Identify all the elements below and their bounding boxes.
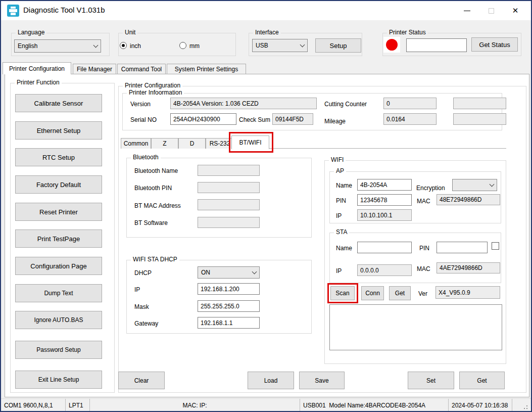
chevron-down-icon: [252, 269, 257, 274]
set-button[interactable]: Set: [408, 372, 454, 389]
interface-group-label: Interface: [253, 29, 281, 36]
bluetooth-pin-field: [198, 182, 260, 193]
extra-field-1: [453, 98, 506, 109]
tab-file-manager[interactable]: File Manager: [73, 64, 116, 74]
serial-no-field[interactable]: 254AOH2430900: [170, 113, 236, 125]
minimize-button[interactable]: [455, 1, 478, 20]
mask-label: Mask: [134, 303, 149, 310]
mileage-field: 0.0164: [383, 113, 437, 125]
bluetooth-name-label: Bluetooth Name: [134, 167, 178, 174]
sta-group: STA: [329, 233, 501, 283]
com-port-status: COM1 9600,N,8,1: [1, 402, 56, 409]
get-status-button[interactable]: Get Status: [471, 37, 518, 52]
printer-configuration-group-label: Printer Configuration: [123, 82, 182, 89]
ap-mac-field: 48E72949866D: [437, 194, 500, 205]
mask-field[interactable]: 255.255.255.0: [198, 300, 260, 312]
sta-group-label: STA: [334, 228, 349, 236]
tab-printer-configuration[interactable]: Printer Configuration: [3, 62, 71, 74]
dhcp-ip-field[interactable]: 192.168.1.200: [198, 283, 260, 295]
app-window: Diagnostic Tool V1.031b ✕ Language Engli…: [0, 0, 532, 412]
get-button[interactable]: Get: [459, 372, 505, 389]
ethernet-setup-button[interactable]: Ethernet Setup: [15, 121, 102, 140]
configuration-page-button[interactable]: Configuration Page: [15, 257, 102, 275]
resize-grip[interactable]: [524, 408, 525, 409]
version-label: Version: [130, 101, 151, 108]
bt-software-field: [198, 217, 260, 228]
bt-mac-address-label: BT MAC Address: [134, 202, 181, 209]
close-icon[interactable]: ✕: [504, 1, 527, 20]
subtab-d[interactable]: D: [178, 138, 206, 149]
dump-text-button[interactable]: Dump Text: [15, 284, 102, 302]
sta-name-field[interactable]: [357, 242, 412, 253]
check-sum-label: Check Sum: [239, 116, 270, 123]
unit-inch-radio[interactable]: [120, 42, 127, 49]
interface-value: USB: [256, 42, 268, 49]
extra-field-2: [453, 113, 506, 125]
subtab-z[interactable]: Z: [151, 138, 178, 149]
unit-mm-radio[interactable]: [179, 42, 186, 49]
version-field: 4B-2054A Version: 1.036 CEZD: [170, 98, 317, 109]
status-bar: COM1 9600,N,8,1 LPT1 MAC: IP: USB001 Mod…: [1, 398, 531, 412]
bluetooth-group-label: Bluetooth: [131, 154, 161, 161]
ap-ip-field: 10.10.100.1: [357, 209, 412, 221]
interface-select[interactable]: USB: [252, 39, 308, 52]
scan-highlight-annotation: [327, 283, 358, 303]
wifi-get-button[interactable]: Get: [389, 286, 411, 300]
printer-function-group: Printer Function Calibrate Sensor Ethern…: [10, 83, 115, 393]
language-select[interactable]: English: [14, 39, 101, 53]
clear-button[interactable]: Clear: [118, 372, 165, 389]
cutting-counter-label: Cutting Counter: [324, 101, 367, 108]
bluetooth-pin-label: Bluetooth PIN: [134, 185, 172, 192]
usb-model-status: USB001 Model Name:4BARCODE4B-2054A: [300, 402, 428, 409]
conn-button[interactable]: Conn: [361, 286, 384, 300]
language-group-label: Language: [16, 29, 46, 36]
gateway-field[interactable]: 192.168.1.1: [198, 317, 260, 329]
reset-printer-button[interactable]: Reset Printer: [15, 203, 102, 221]
ap-pin-label: PIN: [336, 197, 346, 204]
unit-inch-label: inch: [130, 42, 141, 50]
factory-default-button[interactable]: Factory Default: [15, 175, 102, 194]
statusbar-com-segment: COM1 9600,N,8,1: [1, 399, 66, 412]
cutting-counter-field: 0: [383, 98, 437, 109]
window-title: Diagnostic Tool V1.031b: [23, 6, 105, 14]
load-button[interactable]: Load: [248, 372, 294, 389]
dhcp-value: ON: [201, 269, 210, 276]
unit-mm-label: mm: [189, 42, 200, 50]
tab-system-printer-settings[interactable]: System Printer Settings: [167, 64, 246, 74]
status-indicator: [386, 39, 398, 51]
ver-field: X4_V95.0.9: [436, 286, 500, 299]
ignore-autobas-button[interactable]: Ignore AUTO.BAS: [15, 311, 102, 329]
setup-button[interactable]: Setup: [315, 38, 361, 53]
title-bar: Diagnostic Tool V1.031b ✕: [1, 1, 531, 20]
password-setup-button[interactable]: Password Setup: [15, 341, 102, 359]
statusbar-datetime-segment: 2024-05-07 10:16:38: [449, 399, 512, 412]
dhcp-select[interactable]: ON: [198, 266, 260, 279]
sta-pin-field[interactable]: [437, 242, 488, 253]
encryption-select[interactable]: [452, 179, 497, 191]
tab-command-tool[interactable]: Command Tool: [117, 64, 166, 74]
wifi-group-label: WIFI: [329, 156, 346, 163]
subtab-common[interactable]: Common: [121, 138, 151, 149]
ap-name-field[interactable]: 4B-2054A: [357, 179, 412, 191]
calibrate-sensor-button[interactable]: Calibrate Sensor: [15, 94, 102, 112]
sta-name-label: Name: [336, 245, 352, 252]
printer-information-group-label: Printer Infoormation: [127, 89, 184, 96]
exit-line-setup-button[interactable]: Exit Line Setup: [15, 371, 102, 389]
wifi-sta-dhcp-group-label: WIFI STA DHCP: [131, 256, 179, 263]
ap-mac-label: MAC: [417, 198, 430, 205]
chevron-down-icon: [93, 42, 99, 48]
bluetooth-name-field: [198, 165, 260, 176]
ap-pin-field[interactable]: 12345678: [357, 194, 412, 206]
bt-wifi-highlight-annotation: [229, 132, 273, 153]
rtc-setup-button[interactable]: RTC Setup: [15, 148, 102, 166]
bt-mac-address-field: [198, 199, 260, 210]
sta-pin-checkbox[interactable]: [492, 242, 499, 250]
save-button[interactable]: Save: [299, 372, 345, 389]
gateway-label: Gateway: [134, 320, 158, 327]
ver-label: Ver: [418, 290, 427, 297]
unit-group-label: Unit: [123, 29, 137, 36]
maximize-button[interactable]: [479, 1, 503, 20]
print-testpage-button[interactable]: Print TestPage: [15, 230, 102, 248]
printer-status-field: [406, 38, 467, 52]
wifi-scan-list[interactable]: [329, 304, 502, 350]
